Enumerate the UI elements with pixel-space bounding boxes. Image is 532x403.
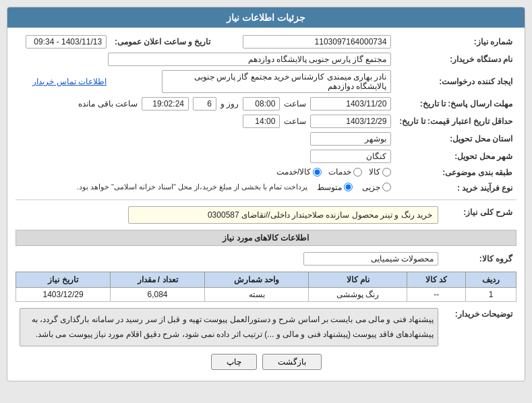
tarikh-aelaan-label: تاریخ و ساعت اعلان عمومی:	[111, 33, 214, 51]
sharh-koli-label: شرح کلی نیاز:	[442, 204, 516, 226]
mande-label: ساعت باقی مانده	[78, 99, 138, 108]
tarikh-aelaan-input: 1403/11/13 - 09:34	[26, 35, 107, 49]
tabaqe-label: طبقه بندی موضوعی:	[395, 165, 516, 181]
table-cell-2: رنگ پوششی	[309, 288, 407, 302]
proc-type-group: جزیی متوسط پرداخت تمام با بخشی از مبلغ خ…	[77, 183, 392, 192]
nooe-farayand-label: نوع فرآیند خرید :	[395, 181, 516, 196]
tabaqe-kala-khadamat-radio[interactable]	[313, 168, 322, 177]
col-tarikh: تاریخ نیاز	[16, 272, 111, 288]
tarikh-eetebaar-date: 1403/12/29	[310, 115, 391, 128]
tarikh-ersaal-rooz: 6	[193, 97, 216, 111]
col-name-kala: نام کالا	[309, 272, 407, 288]
tabaqe-kala-khadamat-option[interactable]: کالا/خدمت	[276, 167, 322, 177]
tabaqe-group: کالا خدمات کالا/خدمت	[16, 165, 395, 181]
col-kod-kala: کد کالا	[407, 272, 466, 288]
tarikh-eetebaar-group: 1403/12/29 ساعت 14:00	[16, 113, 395, 130]
proc-motevaset-radio[interactable]	[344, 183, 353, 191]
gorohe-kala-label: گروه کالا:	[442, 250, 516, 268]
proc-jozii-option[interactable]: جزیی	[362, 183, 391, 192]
chap-button[interactable]: چاپ	[211, 354, 257, 370]
ostan-label: استان محل تحویل:	[395, 130, 516, 148]
ostan-input: بوشهر	[310, 132, 391, 146]
ostan-value: بوشهر	[16, 130, 395, 148]
tabaqe-radio-group: کالا خدمات کالا/خدمت	[276, 167, 391, 177]
tabaqe-kala-option[interactable]: کالا	[369, 167, 391, 177]
proc-jozii-label: جزیی	[362, 183, 380, 192]
page-wrapper: جزئیات اطلاعات نیاز شماره نیاز: 11030971…	[0, 0, 532, 403]
shomare-niaz-label: شماره نیاز:	[395, 33, 516, 51]
nooe-farayand-group: جزیی متوسط پرداخت تمام با بخشی از مبلغ خ…	[16, 181, 395, 196]
card-header: جزئیات اطلاعات نیاز	[7, 7, 525, 28]
shomare-niaz-value: 1103097164000734	[228, 33, 395, 51]
gorohe-kala-input: محصولات شیمیایی	[303, 252, 438, 266]
tarikh-ersaal-label: مهلت ارسال پاسخ: تا تاریخ:	[395, 95, 516, 113]
goods-table: ردیف کد کالا نام کالا واحد شمارش تعداد /…	[16, 272, 516, 302]
name-dastgah-label: نام دستگاه خریدار:	[395, 51, 516, 68]
shahr-value: کنگان	[16, 148, 395, 165]
tabaqe-khadamat-label: خدمات	[328, 167, 351, 177]
tabaqe-kala-radio[interactable]	[382, 168, 391, 177]
table-cell-4: 6,084	[111, 288, 205, 302]
card-body: شماره نیاز: 1103097164000734 تاریخ و ساع…	[7, 28, 525, 381]
divider1	[16, 199, 516, 200]
tabaqe-khadamat-option[interactable]: خدمات	[328, 167, 362, 177]
table-cell-5: 1403/12/29	[16, 288, 111, 302]
tabaqe-kala-label: کالا	[369, 167, 380, 177]
name-dastgah-input: مجتمع گاز پارس جنوبی پالایشگاه دوازدهم	[108, 53, 391, 66]
goods-table-header: ردیف کد کالا نام کالا واحد شمارش تعداد /…	[16, 272, 516, 288]
ijad-konande-input: نادر بهاری میمندی کارشناس خرید مجتمع گاز…	[162, 70, 391, 93]
gorohe-kala-value: محصولات شیمیایی	[16, 250, 442, 268]
col-vahed: واحد شمارش	[205, 272, 309, 288]
tarikh-ersaal-row: 1403/11/20 ساعت 08:00 روز و 6 19:02:24 س…	[20, 97, 391, 111]
buyer-desc-box: پیشنهاد فنی و مالی می بایست بر اساس شرح …	[20, 308, 438, 346]
shomare-niaz-input: 1103097164000734	[243, 35, 391, 49]
sharh-koli-table: شرح کلی نیاز: خرید رنگ و تینر محصول سازن…	[16, 204, 516, 226]
ettelaat-tamas-cell: اطلاعات تماس خریدار	[16, 68, 111, 95]
table-cell-1: --	[407, 288, 466, 302]
saat-label2: ساعت	[284, 117, 306, 126]
proc-motevaset-label: متوسط	[317, 183, 342, 192]
ijad-konande-value: نادر بهاری میمندی کارشناس خرید مجتمع گاز…	[111, 68, 395, 95]
sharh-koli-value: خرید رنگ و تینر محصول سازنده صلاحیتدار د…	[16, 204, 442, 226]
buyer-desc-table: توضیحات خریدار: پیشنهاد فنی و مالی می با…	[16, 306, 516, 348]
buyer-desc-label: توضیحات خریدار:	[442, 306, 516, 348]
tabaqe-kala-khadamat-label: کالا/خدمت	[276, 167, 311, 177]
sharh-koli-box: خرید رنگ و تینر محصول سازنده صلاحیتدار د…	[128, 206, 438, 224]
name-dastgah-value: مجتمع گاز پارس جنوبی پالایشگاه دوازدهم	[16, 51, 395, 68]
col-radif: ردیف	[466, 272, 516, 288]
tarikh-eetebaar-time: 14:00	[243, 115, 280, 128]
proc-motevaset-option[interactable]: متوسط	[317, 183, 353, 192]
proc-desc: پرداخت تمام با بخشی از مبلغ خرید،از محل …	[77, 183, 308, 191]
page-title: جزئیات اطلاعات نیاز	[227, 12, 305, 23]
button-bar: بازگشت چاپ	[16, 354, 516, 375]
rooz-label: روز و	[220, 99, 239, 108]
tarikh-ersaal-date: 1403/11/20	[310, 97, 391, 111]
shahr-input: کنگان	[310, 150, 391, 163]
tarikh-aelaan-value: 1403/11/13 - 09:34	[16, 33, 111, 51]
table-cell-0: 1	[466, 288, 516, 302]
shahr-label: شهر محل تحویل:	[395, 148, 516, 165]
tarikh-ersaal-time: 08:00	[243, 97, 280, 111]
table-row: 1--رنگ پوششیبسته6,0841403/12/29	[16, 288, 516, 302]
bazgasht-button[interactable]: بازگشت	[262, 354, 322, 370]
saat-label: ساعت	[284, 99, 306, 108]
proc-jozii-radio[interactable]	[382, 183, 391, 191]
col-tedad: تعداد / مقدار	[111, 272, 205, 288]
tarikh-ersaal-group: 1403/11/20 ساعت 08:00 روز و 6 19:02:24 س…	[16, 95, 395, 113]
buyer-desc-value: پیشنهاد فنی و مالی می بایست بر اساس شرح …	[16, 306, 442, 348]
tarikh-eetebaar-row: 1403/12/29 ساعت 14:00	[20, 115, 391, 128]
tabaqe-khadamat-radio[interactable]	[353, 168, 362, 177]
ijad-konande-label: ایجاد کننده درخواست:	[395, 68, 516, 95]
gorohe-kala-table: گروه کالا: محصولات شیمیایی	[16, 250, 516, 268]
kala-section-title: اطلاعات کالاهای مورد نیاز	[16, 230, 516, 246]
info-table-top: شماره نیاز: 1103097164000734 تاریخ و ساع…	[16, 33, 516, 195]
ettelaat-tamas-link[interactable]: اطلاعات تماس خریدار	[32, 77, 107, 86]
tarikh-eetebaar-label: حداقل تاریخ اعتبار قیمت: تا تاریخ:	[395, 113, 516, 130]
main-card: جزئیات اطلاعات نیاز شماره نیاز: 11030971…	[7, 7, 525, 381]
table-cell-3: بسته	[205, 288, 309, 302]
tarikh-ersaal-saat: 19:02:24	[142, 97, 189, 111]
